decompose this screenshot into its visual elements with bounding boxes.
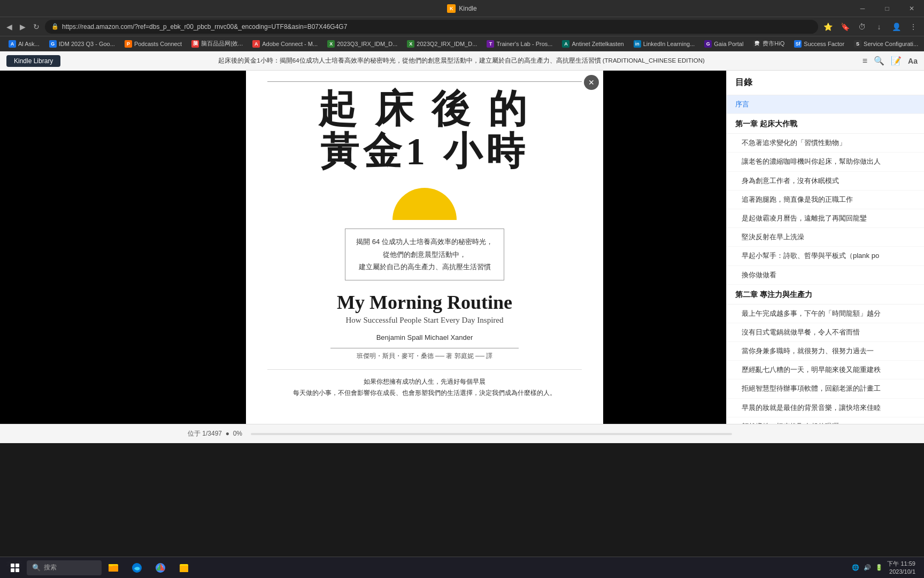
- toc-item-3[interactable]: 身為創意工作者，沒有休眠模式: [727, 172, 924, 191]
- toc-item-8[interactable]: 最上午完成越多事，下午的「時間龍額」越分: [727, 305, 924, 323]
- lock-icon: 🔒: [51, 23, 59, 30]
- reload-button[interactable]: ↻: [31, 20, 42, 33]
- kindle-favicon: K: [447, 4, 456, 13]
- close-toc-button[interactable]: ✕: [584, 75, 599, 90]
- toc-item-10[interactable]: 當你身兼多職時，就很努力、很努力過去一: [727, 342, 924, 361]
- toc-item-do-it[interactable]: 換你做做看: [727, 266, 924, 285]
- taskbar-app-icons: [103, 557, 195, 579]
- notes-icon[interactable]: 📝: [891, 56, 902, 66]
- system-clock[interactable]: 下午 11:59 2023/10/1: [887, 560, 915, 575]
- toc-item-5[interactable]: 是起做霸凌月曆告，遠離批了再闖回龍鑾: [727, 209, 924, 228]
- bookmark-favicon: Sf: [794, 40, 802, 48]
- taskbar-edge[interactable]: [126, 557, 148, 579]
- url-text: https://read.amazon.com/?ref=dbs_p_ebk_r…: [62, 23, 347, 31]
- toc-item-14[interactable]: 顛然犧牲一切來換取在起的曝曬: [727, 417, 924, 424]
- toc-item-1[interactable]: 不急著追求變化的「習慣性動物」: [727, 134, 924, 153]
- close-button[interactable]: ✕: [899, 0, 924, 17]
- taskbar-files[interactable]: [173, 557, 195, 579]
- browser-tab[interactable]: K Kindle: [447, 4, 476, 13]
- bookmark-favicon: T: [487, 40, 494, 48]
- bookmark-favicon: G: [49, 40, 57, 48]
- tray-battery: 🔋: [875, 564, 883, 571]
- toc-item-6[interactable]: 堅決反射在早上洗澡: [727, 228, 924, 247]
- bookmark-favicon: P: [125, 40, 132, 48]
- bookmark-idm[interactable]: G IDM 2023 Q3 - Goo...: [45, 38, 119, 50]
- bookmark-favicon: A: [562, 40, 569, 48]
- svg-rect-8: [180, 566, 188, 572]
- bookmark-antinet[interactable]: A Antinet Zettelkasten: [558, 38, 628, 50]
- toc-section-2[interactable]: 第二章 專注力與生產力: [727, 286, 924, 305]
- maximize-button[interactable]: □: [875, 0, 899, 17]
- bookmark-label: IDM 2023 Q3 - Goo...: [59, 41, 115, 47]
- toc-icon[interactable]: ≡: [863, 56, 867, 66]
- bookmark-adobe[interactable]: A Adobe Connect - M...: [248, 38, 322, 50]
- book-subtitle-box: 揭開 64 位成功人士培養高效率的秘密時光， 從他們的創意晨型活動中， 建立屬於…: [345, 229, 504, 280]
- window-controls: ─ □ ✕: [850, 0, 924, 17]
- forward-button[interactable]: ▶: [18, 20, 28, 33]
- toc-item-11[interactable]: 歷經亂七八糟的一天，明早能來後又能重建秩: [727, 361, 924, 379]
- kindle-reader-chrome: Kindle Library 起床後的黃金1小時：揭開64位成功人士培養高效率的…: [0, 51, 924, 71]
- bookmark-icon[interactable]: 🔖: [838, 20, 851, 33]
- toc-item-2[interactable]: 讓老爸的濃縮咖啡機叫你起床，幫助你做出人: [727, 153, 924, 171]
- search-placeholder: 搜索: [44, 563, 57, 572]
- bookmark-success[interactable]: Sf Success Factor: [790, 38, 849, 50]
- profile-icon[interactable]: 👤: [890, 20, 903, 33]
- browser-toolbar-icons: ⭐ 🔖 ⏱ ↓ 👤 ⋮: [821, 20, 920, 33]
- bookmark-label: Podcasts Connect: [134, 41, 182, 47]
- library-button[interactable]: Kindle Library: [6, 55, 60, 67]
- bookmark-label: 2023Q3_IRX_IDM_D...: [337, 41, 397, 47]
- bookmark-nao[interactable]: 脑 脑百品品网|效...: [187, 38, 247, 50]
- toc-header: 目錄: [727, 71, 924, 95]
- bookmark-label: Adobe Connect - M...: [262, 41, 318, 47]
- bookmark-service[interactable]: S Service Configurati...: [850, 38, 922, 50]
- start-button[interactable]: [4, 557, 26, 579]
- reader-body: ✕ 起 床 後 的 黃金1 小時 揭開 64 位成功人士培養高效率的秘密時光， …: [0, 71, 924, 424]
- toc-item-4[interactable]: 追著跑腿跑，簡直像是我的正職工作: [727, 191, 924, 209]
- toc-panel: 目錄 序言 第一章 起床大作戰 不急著追求變化的「習慣性動物」 讓老爸的濃縮咖啡…: [726, 71, 924, 424]
- font-settings-icon[interactable]: Aa: [908, 57, 918, 65]
- bookmark-trainer[interactable]: T Trainer's Lab - Pros...: [482, 38, 557, 50]
- bookmark-fei[interactable]: 费 费市HiQ: [749, 38, 789, 50]
- top-divider: [267, 81, 582, 82]
- book-subtitle-english: How Successful People Start Every Day In…: [346, 316, 504, 325]
- left-page: [0, 71, 246, 424]
- system-tray: 🌐 🔊 🔋 下午 11:59 2023/10/1: [852, 560, 920, 575]
- bookmark-linkedin[interactable]: in LinkedIn Learning...: [629, 38, 699, 50]
- bookmark-ai-ask[interactable]: A Al Ask...: [4, 38, 44, 50]
- bookmark-favicon: 费: [753, 40, 760, 48]
- progress-position: 位于 1/3497 ● 0%: [188, 429, 242, 438]
- windows-search-box[interactable]: 🔍 搜索: [27, 560, 102, 575]
- history-icon[interactable]: ⏱: [856, 20, 868, 33]
- toc-section-1[interactable]: 第一章 起床大作戰: [727, 115, 924, 134]
- back-button[interactable]: ◀: [4, 20, 14, 33]
- bookmark-label: 脑百品品网|效...: [201, 40, 243, 48]
- toc-item-7[interactable]: 早起小幫手：詩歌、哲學與平板式（plank po: [727, 247, 924, 265]
- bookmark-label: 费市HiQ: [763, 40, 784, 48]
- toc-item-preface[interactable]: 序言: [727, 95, 924, 114]
- minimize-button[interactable]: ─: [850, 0, 875, 17]
- url-input[interactable]: 🔒 https://read.amazon.com/?ref=dbs_p_ebk…: [45, 20, 818, 34]
- search-icon[interactable]: 🔍: [874, 56, 884, 66]
- bookmark-label: Service Configurati...: [864, 41, 918, 47]
- bookmark-label: Antinet Zettelkasten: [572, 41, 623, 47]
- bookmark-irx2[interactable]: X 2023Q2_IRX_IDM_D...: [403, 38, 481, 50]
- menu-icon[interactable]: ⋮: [907, 20, 920, 33]
- bookmark-favicon: S: [854, 40, 861, 48]
- taskbar-chrome[interactable]: [150, 557, 171, 579]
- bookmark-podcasts[interactable]: P Podcasts Connect: [120, 38, 186, 50]
- bookmark-label: LinkedIn Learning...: [643, 41, 695, 47]
- downloads-icon[interactable]: ↓: [873, 20, 886, 33]
- bookmark-gaia[interactable]: G Gaia Portal: [700, 38, 748, 50]
- bookmark-irx1[interactable]: X 2023Q3_IRX_IDM_D...: [323, 38, 402, 50]
- extensions-icon[interactable]: ⭐: [821, 20, 834, 33]
- reader-toolbar: ≡ 🔍 📝 Aa: [863, 56, 918, 66]
- tray-volume: 🔊: [864, 564, 871, 571]
- svg-rect-2: [109, 564, 113, 566]
- book-translator: 班傑明・斯貝・麥可・桑德 ── 著 郭庭妮 ── 譯: [357, 352, 493, 361]
- toc-item-12[interactable]: 拒絕智慧型待辦事項軟體，回顧老派的計畫工: [727, 379, 924, 398]
- progress-bar[interactable]: [251, 433, 732, 435]
- taskbar-explorer[interactable]: [103, 557, 124, 579]
- toc-item-9[interactable]: 沒有日式電鍋就做早餐，令人不省而惜: [727, 323, 924, 342]
- bookmark-favicon: X: [327, 40, 335, 48]
- toc-item-13[interactable]: 早晨的妝就是最佳的背景音樂，讓快培來佳睦: [727, 399, 924, 417]
